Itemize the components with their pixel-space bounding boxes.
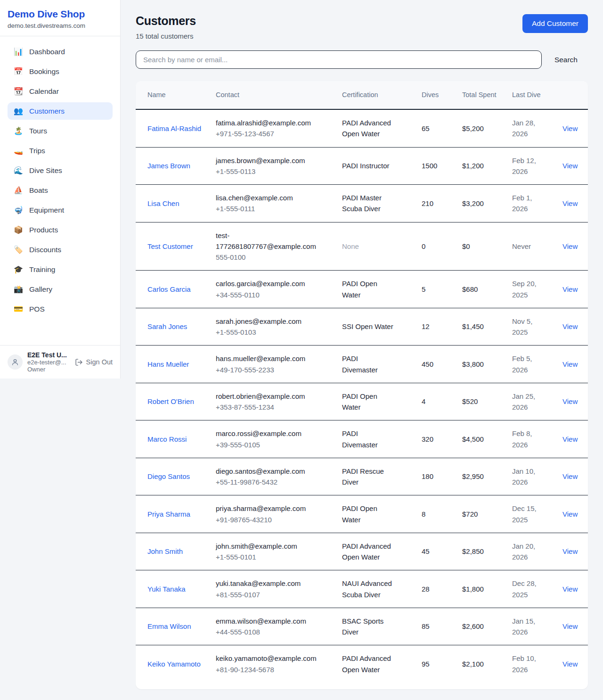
user-info: E2E Test U... e2e-tester@... Owner [27, 351, 70, 373]
discounts-icon: 🏷️ [14, 245, 23, 254]
view-customer-link[interactable]: View [562, 510, 578, 518]
customer-name-link[interactable]: Priya Sharma [147, 510, 190, 518]
customer-name-link[interactable]: Keiko Yamamoto [147, 660, 201, 668]
table-row: Keiko Yamamoto keiko.yamamoto@example.co… [136, 645, 588, 683]
sidebar-item-training[interactable]: 🎓 Training [8, 261, 113, 278]
table-header-row: NameContactCertificationDivesTotal Spent… [136, 81, 588, 109]
view-customer-link[interactable]: View [562, 162, 578, 170]
view-customer-link[interactable]: View [562, 285, 578, 293]
customer-count: 15 total customers [136, 32, 196, 40]
sidebar-item-products[interactable]: 📦 Products [8, 221, 113, 239]
view-customer-link[interactable]: View [562, 622, 578, 630]
sidebar-nav: 📊 Dashboard 📅 Bookings 📆 Calendar 👥 Cust… [0, 36, 120, 345]
training-icon: 🎓 [14, 265, 23, 274]
customer-name-link[interactable]: Marco Rossi [147, 435, 187, 443]
customers-table: NameContactCertificationDivesTotal Spent… [136, 81, 588, 683]
search-input[interactable] [136, 50, 542, 69]
customer-total-spent: $2,600 [456, 608, 506, 645]
customer-email: test-1772681807767@example.com [216, 230, 320, 252]
view-customer-link[interactable]: View [562, 660, 578, 668]
view-customer-link[interactable]: View [562, 124, 578, 132]
customer-name-link[interactable]: Test Customer [147, 242, 193, 250]
view-customer-link[interactable]: View [562, 435, 578, 443]
customer-name-link[interactable]: Hans Mueller [147, 360, 189, 368]
sidebar-item-discounts[interactable]: 🏷️ Discounts [8, 241, 113, 258]
boats-icon: ⛵ [14, 186, 23, 195]
column-header: Contact [210, 81, 336, 109]
sidebar-item-tours[interactable]: 🏝️ Tours [8, 122, 113, 140]
customer-name-link[interactable]: Yuki Tanaka [147, 585, 186, 593]
page-header: Customers 15 total customers Add Custome… [136, 14, 588, 40]
table-row: Priya Sharma priya.sharma@example.com +9… [136, 495, 588, 533]
customer-certification: PADI Divemaster [336, 420, 416, 458]
customer-name-link[interactable]: Fatima Al-Rashid [147, 124, 201, 132]
sidebar-item-gallery[interactable]: 📸 Gallery [8, 280, 113, 298]
table-row: James Brown james.brown@example.com +1-5… [136, 147, 588, 185]
tours-icon: 🏝️ [14, 126, 23, 135]
sidebar-item-customers[interactable]: 👥 Customers [8, 102, 113, 120]
customer-phone: +49-170-555-2233 [216, 364, 320, 375]
user-name: E2E Test U... [27, 351, 70, 359]
column-header [557, 81, 588, 109]
sidebar-header: Demo Dive Shop demo.test.divestreams.com [0, 0, 120, 36]
customer-last-dive: Jan 28, 2026 [506, 109, 557, 147]
customer-phone: +81-555-0107 [216, 589, 320, 600]
customer-email: priya.sharma@example.com [216, 503, 320, 514]
view-customer-link[interactable]: View [562, 322, 578, 330]
table-row: Carlos Garcia carlos.garcia@example.com … [136, 271, 588, 308]
customer-name-link[interactable]: Lisa Chen [147, 199, 179, 207]
sidebar-item-trips[interactable]: 🚤 Trips [8, 142, 113, 159]
column-header: Name [136, 81, 210, 109]
customer-dives: 450 [416, 346, 456, 383]
customer-total-spent: $0 [456, 222, 506, 271]
customer-total-spent: $3,800 [456, 346, 506, 383]
customer-name-link[interactable]: Robert O'Brien [147, 397, 194, 405]
sidebar-item-equipment[interactable]: 🤿 Equipment [8, 201, 113, 219]
customer-email: emma.wilson@example.com [216, 616, 320, 626]
customer-last-dive: Nov 5, 2025 [506, 308, 557, 346]
customer-name-link[interactable]: Sarah Jones [147, 322, 187, 330]
view-customer-link[interactable]: View [562, 585, 578, 593]
customer-certification: PADI Rescue Diver [336, 458, 416, 495]
customer-total-spent: $1,800 [456, 570, 506, 608]
customer-email: keiko.yamamoto@example.com [216, 653, 320, 664]
customer-name-link[interactable]: John Smith [147, 547, 183, 555]
sidebar-item-pos[interactable]: 💳 POS [8, 300, 113, 318]
customer-total-spent: $2,850 [456, 533, 506, 570]
customers-table-card: NameContactCertificationDivesTotal Spent… [136, 81, 588, 689]
sidebar-item-bookings[interactable]: 📅 Bookings [8, 63, 113, 80]
view-customer-link[interactable]: View [562, 547, 578, 555]
customer-name-link[interactable]: Emma Wilson [147, 622, 191, 630]
customer-phone: +34-555-0110 [216, 289, 320, 300]
customers-icon: 👥 [14, 107, 23, 115]
bookings-icon: 📅 [14, 67, 23, 76]
add-customer-button[interactable]: Add Customer [522, 14, 588, 33]
page-title: Customers [136, 14, 196, 28]
search-button[interactable]: Search [554, 56, 578, 64]
customer-certification: PADI Advanced Open Water [336, 645, 416, 683]
customer-certification: BSAC Sports Diver [336, 608, 416, 645]
sidebar-item-boats[interactable]: ⛵ Boats [8, 181, 113, 199]
customer-total-spent: $1,200 [456, 147, 506, 185]
column-header: Total Spent [456, 81, 506, 109]
sidebar-item-calendar[interactable]: 📆 Calendar [8, 82, 113, 100]
sidebar-item-dashboard[interactable]: 📊 Dashboard [8, 43, 113, 60]
column-header: Last Dive [506, 81, 557, 109]
view-customer-link[interactable]: View [562, 397, 578, 405]
shop-title: Demo Dive Shop [8, 8, 113, 20]
customer-phone: +91-98765-43210 [216, 514, 320, 525]
column-header: Certification [336, 81, 416, 109]
view-customer-link[interactable]: View [562, 199, 578, 207]
sidebar-item-dive-sites[interactable]: 🌊 Dive Sites [8, 162, 113, 179]
customer-dives: 8 [416, 495, 456, 533]
view-customer-link[interactable]: View [562, 472, 578, 480]
view-customer-link[interactable]: View [562, 242, 578, 250]
view-customer-link[interactable]: View [562, 360, 578, 368]
customer-name-link[interactable]: Diego Santos [147, 472, 190, 480]
sign-out-button[interactable]: Sign Out [75, 358, 113, 366]
customer-last-dive: Feb 1, 2026 [506, 185, 557, 222]
customer-name-link[interactable]: James Brown [147, 162, 190, 170]
customer-name-link[interactable]: Carlos Garcia [147, 285, 191, 293]
customer-email: john.smith@example.com [216, 541, 320, 552]
search-bar: Search [136, 50, 588, 69]
